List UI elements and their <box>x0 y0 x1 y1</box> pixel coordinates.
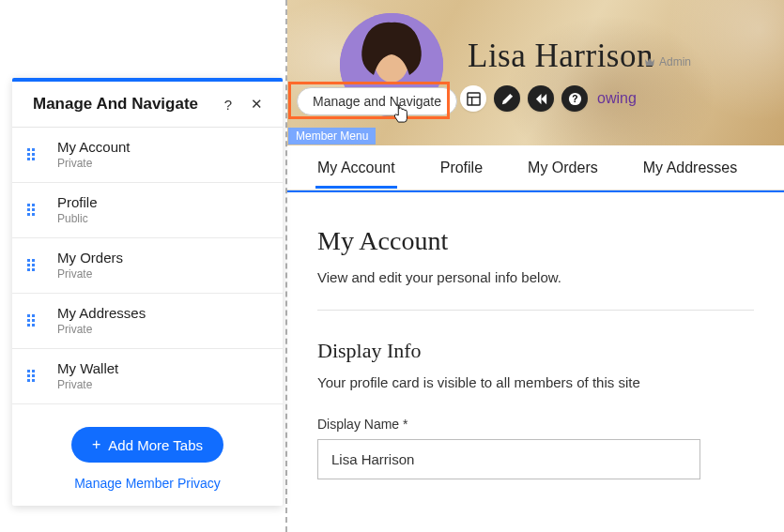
tab-visibility: Private <box>57 267 123 281</box>
drag-handle-icon[interactable] <box>27 370 42 382</box>
tab-my-orders[interactable]: My Orders <box>528 148 598 188</box>
section-heading: Display Info <box>317 339 754 363</box>
edit-icon[interactable] <box>494 85 520 112</box>
content-area: My Account View and edit your personal i… <box>287 192 784 513</box>
plus-icon: + <box>92 436 100 453</box>
drag-handle-icon[interactable] <box>27 259 42 271</box>
page-subtitle: View and edit your personal info below. <box>317 269 754 285</box>
drag-handle-icon[interactable] <box>27 204 42 216</box>
close-icon[interactable]: ✕ <box>247 96 266 113</box>
tab-label: Profile <box>57 194 98 210</box>
page-title: My Account <box>317 226 754 256</box>
following-text-fragment: owing <box>597 90 637 107</box>
panel-header: Manage And Navigate ? ✕ <box>12 82 283 128</box>
tab-my-addresses[interactable]: My Addresses <box>643 148 737 188</box>
help-icon[interactable]: ? <box>219 97 238 113</box>
rewind-icon[interactable] <box>528 85 554 112</box>
panel-title: Manage And Navigate <box>33 95 209 114</box>
tab-my-account[interactable]: My Account <box>317 148 395 188</box>
tab-row[interactable]: My Account Private <box>12 128 283 183</box>
tab-visibility: Private <box>57 157 131 170</box>
add-more-tabs-button[interactable]: + Add More Tabs <box>71 427 223 463</box>
panel-footer: + Add More Tabs Manage Member Privacy <box>12 404 283 506</box>
svg-text:?: ? <box>572 94 577 104</box>
tab-list: My Account Private Profile Public My Ord… <box>12 128 283 404</box>
member-tabs: My Account Profile My Orders My Addresse… <box>287 145 784 190</box>
tab-row[interactable]: My Wallet Private <box>12 349 283 404</box>
user-name: Lisa Harrison <box>468 38 653 75</box>
tab-row[interactable]: Profile Public <box>12 183 283 238</box>
drag-handle-icon[interactable] <box>27 314 42 327</box>
role-badge: Admin <box>644 55 691 68</box>
manage-and-navigate-button[interactable]: Manage and Navigate <box>297 87 457 115</box>
tab-label: My Addresses <box>57 305 146 321</box>
role-text: Admin <box>659 55 691 68</box>
section-description: Your profile card is visible to all memb… <box>317 374 754 390</box>
drag-handle-icon[interactable] <box>27 148 42 160</box>
divider <box>317 310 754 311</box>
tab-visibility: Private <box>57 323 146 336</box>
add-button-label: Add More Tabs <box>108 437 203 453</box>
tab-label: My Wallet <box>57 360 118 376</box>
tab-label: My Account <box>57 139 131 155</box>
crown-icon <box>644 57 655 67</box>
tab-row[interactable]: My Addresses Private <box>12 294 283 349</box>
display-name-label: Display Name * <box>317 417 754 432</box>
hero-toolbar: ? owing <box>460 85 637 112</box>
manage-member-privacy-link[interactable]: Manage Member Privacy <box>74 476 221 491</box>
tab-row[interactable]: My Orders Private <box>12 238 283 294</box>
manage-navigate-panel: Manage And Navigate ? ✕ My Account Priva… <box>12 78 283 506</box>
svg-rect-2 <box>467 92 479 104</box>
member-menu-tag: Member Menu <box>288 128 376 144</box>
layout-icon[interactable] <box>460 85 486 112</box>
editor-canvas: Lisa Harrison Admin Manage and Navigate … <box>285 0 784 532</box>
help-circle-icon[interactable]: ? <box>561 85 588 112</box>
profile-hero: Lisa Harrison Admin Manage and Navigate … <box>287 0 784 145</box>
tab-visibility: Private <box>57 378 118 391</box>
tab-visibility: Public <box>57 212 98 225</box>
display-name-input[interactable] <box>317 439 700 479</box>
tab-profile[interactable]: Profile <box>440 148 483 188</box>
tab-label: My Orders <box>57 250 123 266</box>
